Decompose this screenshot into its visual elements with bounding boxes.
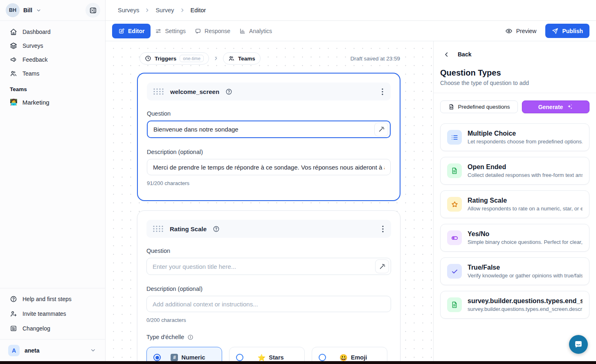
teams-chip[interactable]: Teams — [223, 52, 261, 65]
workspace-switcher[interactable]: BH Bill — [0, 0, 105, 21]
changelog-link[interactable]: Changelog — [0, 321, 105, 336]
sliders-icon — [155, 28, 162, 34]
type-card-yes-no[interactable]: Yes/No Simple binary choice questions. P… — [440, 224, 589, 252]
type-title: True/False — [468, 264, 583, 271]
org-name: aneta — [25, 347, 40, 354]
sidebar-item-surveys[interactable]: Surveys — [0, 39, 105, 53]
collapse-sidebar-button[interactable] — [85, 3, 100, 18]
megaphone-icon — [10, 56, 17, 63]
radio-icon — [319, 354, 326, 361]
team-name: Marketing — [22, 99, 49, 106]
triggers-label: Triggers — [155, 56, 176, 62]
back-button[interactable]: Back — [443, 51, 471, 58]
tab-settings[interactable]: Settings — [151, 24, 190, 38]
description-label: Description (optional) — [147, 149, 391, 155]
tab-response[interactable]: Response — [190, 24, 235, 38]
sidebar-item-label: Surveys — [22, 42, 43, 49]
type-card-multiple-choice[interactable]: Multiple Choice Let respondents choose f… — [440, 123, 589, 151]
chevron-left-icon — [443, 51, 450, 58]
drag-handle-icon[interactable] — [153, 87, 164, 96]
help-circle-icon[interactable] — [213, 226, 220, 232]
generate-button[interactable]: Generate — [522, 100, 589, 113]
scale-option-stars[interactable]: ⭐ Stars — [229, 347, 305, 361]
sidebar-item-label: Dashboard — [22, 29, 51, 35]
scale-type-label-text: Type d'échelle — [146, 334, 184, 340]
wand-icon — [379, 263, 386, 270]
question-card-welcome-screen[interactable]: welcome_screen Question Description (opt… — [137, 73, 400, 201]
sparkles-icon — [567, 104, 573, 110]
type-card-end-screen[interactable]: survey.builder.questions.types.end_scr..… — [440, 291, 589, 319]
chevron-right-icon — [213, 56, 219, 61]
file-text-icon — [447, 163, 462, 178]
sidebar-item-marketing[interactable]: 👩‍💻 Marketing — [0, 95, 105, 109]
teams-section-label: Teams — [0, 80, 105, 95]
description-input-wrap — [147, 159, 391, 175]
type-card-rating-scale[interactable]: Rating Scale Allow respondents to rate o… — [440, 190, 589, 218]
description-input[interactable] — [147, 296, 391, 312]
type-title: Multiple Choice — [468, 130, 583, 137]
eye-icon — [505, 27, 513, 35]
help-circle-icon[interactable] — [225, 88, 232, 95]
question-input[interactable] — [147, 258, 391, 275]
question-type-list: Multiple Choice Let respondents choose f… — [440, 123, 589, 319]
chevron-right-icon — [144, 7, 150, 13]
card-menu-icon[interactable] — [380, 87, 385, 97]
question-card-header: welcome_screen — [147, 83, 391, 100]
description-input[interactable] — [147, 159, 390, 175]
scale-option-numeric[interactable]: # Numeric — [146, 347, 222, 361]
question-card-rating-scale[interactable]: Rating Scale Question Description (optio… — [137, 210, 400, 361]
help-link[interactable]: Help and first steps — [0, 292, 105, 306]
question-input-wrap — [146, 258, 391, 275]
preview-button[interactable]: Preview — [505, 27, 537, 35]
type-card-true-false[interactable]: True/False Verify knowledge or gather op… — [440, 257, 589, 285]
magic-wand-button[interactable] — [374, 123, 388, 136]
card-menu-icon[interactable] — [380, 224, 385, 234]
character-count: 91/200 characters — [147, 180, 391, 186]
breadcrumb-surveys[interactable]: Surveys — [118, 7, 139, 13]
sidebar-item-teams[interactable]: Teams — [0, 67, 105, 80]
support-chat-button[interactable] — [569, 335, 588, 354]
file-code-icon — [448, 104, 454, 110]
character-count: 0/200 characters — [146, 317, 391, 323]
star-emoji-icon: ⭐ — [257, 354, 265, 362]
triggers-chip[interactable]: Triggers one-time — [139, 52, 209, 65]
question-input[interactable] — [148, 121, 390, 137]
sidebar-item-label: Teams — [22, 70, 39, 77]
scale-option-emoji[interactable]: 😃 Emoji — [312, 347, 387, 361]
tab-label: Analytics — [249, 28, 272, 34]
panel-title: Question Types — [440, 68, 501, 78]
users-icon — [228, 55, 235, 62]
tab-label: Settings — [165, 28, 186, 34]
drag-handle-icon[interactable] — [152, 225, 164, 233]
magic-wand-button[interactable] — [375, 259, 389, 273]
sidebar-item-dashboard[interactable]: Dashboard — [0, 25, 105, 39]
type-description: Allow respondents to rate on a numeric, … — [468, 205, 583, 212]
footer-item-label: Invite teammates — [22, 310, 66, 317]
footer-item-label: Changelog — [22, 325, 50, 332]
workspace-name: Bill — [23, 7, 32, 13]
screen-edge-bar — [0, 361, 596, 364]
sidebar-item-feedback[interactable]: Feedback — [0, 53, 105, 67]
breadcrumb: Surveys Survey Editor — [106, 0, 596, 21]
breadcrumb-survey[interactable]: Survey — [155, 7, 174, 13]
description-input-wrap — [146, 296, 391, 312]
info-icon[interactable] — [187, 334, 193, 340]
invite-teammates-link[interactable]: Invite teammates — [0, 306, 105, 321]
description-label: Description (optional) — [146, 286, 391, 292]
predefined-questions-button[interactable]: Predefined questions — [440, 100, 518, 113]
org-switcher[interactable]: A aneta — [0, 339, 105, 361]
publish-button[interactable]: Publish — [545, 24, 589, 38]
trigger-type-badge: one-time — [180, 55, 204, 62]
tab-editor[interactable]: Editor — [112, 24, 151, 38]
breadcrumb-editor[interactable]: Editor — [191, 7, 206, 13]
type-card-open-ended[interactable]: Open Ended Collect detailed responses wi… — [440, 157, 589, 185]
tab-analytics[interactable]: Analytics — [235, 24, 277, 38]
question-card-header: Rating Scale — [146, 220, 391, 238]
type-title: Yes/No — [468, 230, 583, 238]
question-label: Question — [146, 248, 391, 254]
sidebar-item-label: Feedback — [22, 56, 47, 63]
type-title: survey.builder.questions.types.end_scr..… — [468, 297, 583, 305]
preview-label: Preview — [516, 28, 537, 34]
check-icon — [447, 264, 462, 279]
technologist-emoji-icon: 👩‍💻 — [10, 98, 18, 106]
